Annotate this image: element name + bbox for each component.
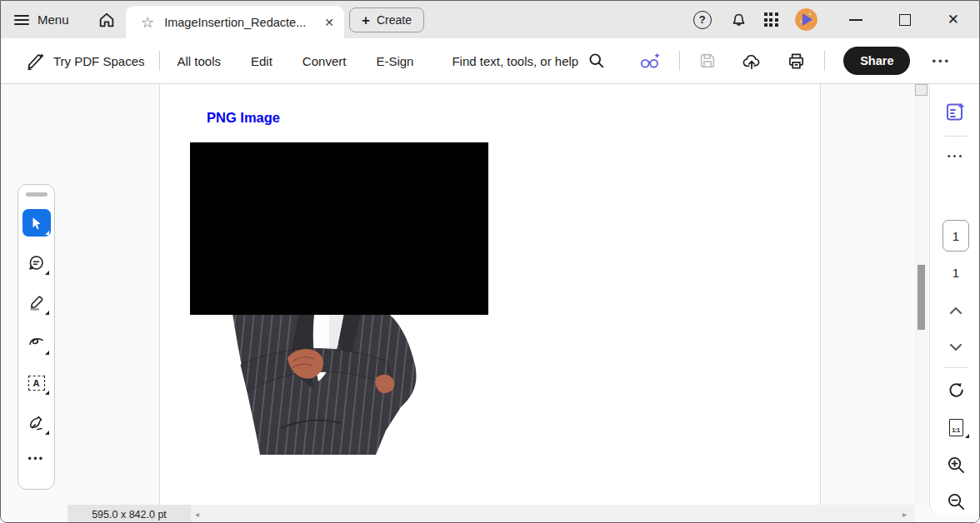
right-panel-divider — [944, 136, 968, 137]
share-button[interactable]: Share — [843, 47, 910, 75]
ai-document-icon — [945, 101, 968, 123]
save-icon — [698, 52, 717, 70]
nav-all-tools[interactable]: All tools — [177, 54, 221, 68]
acrobat-window: Menu ☆ ImageInsertion_Redacte... ✕ + Cre… — [0, 0, 980, 523]
titlebar: Menu ☆ ImageInsertion_Redacte... ✕ + Cre… — [1, 1, 979, 38]
try-pdf-spaces-button[interactable]: Try PDF Spaces — [26, 52, 144, 70]
vertical-scrollbar-thumb[interactable] — [918, 265, 925, 330]
draw-icon — [28, 334, 45, 351]
search-label: Find text, tools, or help — [452, 54, 578, 68]
person-photo — [222, 313, 422, 455]
right-panel-more-button[interactable]: ••• — [930, 151, 980, 161]
print-button[interactable] — [787, 52, 806, 71]
star-icon[interactable]: ☆ — [141, 15, 154, 30]
fill-sign-icon — [28, 414, 46, 432]
hamburger-icon — [14, 15, 29, 25]
notifications-button[interactable] — [730, 11, 748, 28]
next-page-button[interactable] — [930, 342, 980, 352]
document-canvas: PNG Image — [1, 84, 980, 505]
zoom-out-icon — [947, 492, 966, 511]
document-heading: PNG Image — [207, 110, 280, 126]
cloud-upload-icon — [742, 52, 762, 71]
create-label: Create — [377, 13, 412, 27]
right-panel-divider-2 — [944, 367, 968, 368]
tab-title: ImageInsertion_Redacte... — [164, 16, 318, 29]
chevron-down-icon — [948, 342, 963, 352]
try-pdf-spaces-label: Try PDF Spaces — [53, 54, 144, 68]
toolbar-divider-3 — [824, 51, 825, 71]
text-box-icon: A — [28, 376, 45, 391]
printer-icon — [787, 52, 806, 71]
ai-summary-button[interactable] — [930, 101, 980, 123]
highlight-tool-button[interactable] — [22, 289, 51, 316]
draw-tool-button[interactable] — [22, 329, 51, 356]
nav-esign[interactable]: E-Sign — [376, 54, 413, 68]
previous-page-button[interactable] — [930, 306, 980, 316]
add-text-tool-button[interactable]: A — [22, 369, 51, 396]
ai-assistant-button[interactable] — [640, 52, 661, 70]
create-button[interactable]: + Create — [349, 7, 424, 32]
toolbar-more-button[interactable]: ••• — [932, 55, 951, 67]
page-size-indicator: 595.0 x 842.0 pt — [68, 505, 191, 523]
menu-button[interactable]: Menu — [14, 12, 69, 27]
profile-avatar[interactable] — [795, 8, 818, 31]
one-to-one-icon: 1:1 — [949, 419, 963, 436]
bell-icon — [730, 11, 748, 28]
current-page-box[interactable]: 1 — [930, 220, 980, 252]
zoom-out-button[interactable] — [930, 492, 980, 511]
cursor-icon — [29, 216, 44, 231]
select-tool-button[interactable] — [22, 209, 51, 237]
plus-icon: + — [362, 13, 370, 27]
more-tools-button[interactable]: ••• — [28, 453, 44, 465]
maximize-icon — [899, 14, 911, 26]
scroll-up-button[interactable] — [915, 84, 928, 96]
window-close-button[interactable]: ✕ — [948, 12, 959, 27]
tab-close-icon[interactable]: ✕ — [324, 16, 334, 29]
titlebar-right-group: ? — [693, 1, 979, 38]
panel-drag-handle[interactable] — [26, 192, 48, 197]
home-icon — [98, 11, 116, 29]
search-icon — [588, 52, 605, 69]
menu-label: Menu — [38, 12, 69, 27]
zoom-in-icon — [947, 456, 966, 475]
home-button[interactable] — [98, 11, 116, 29]
total-pages-label: 1 — [930, 266, 980, 280]
right-panel: ••• 1 1 1:1 — [929, 84, 980, 516]
comment-tool-button[interactable] — [22, 249, 51, 276]
zoom-in-button[interactable] — [930, 456, 980, 475]
minimize-button[interactable] — [849, 19, 862, 21]
pdf-spaces-icon — [26, 52, 46, 70]
comment-icon — [28, 254, 45, 271]
rotate-icon — [947, 381, 966, 400]
help-button[interactable]: ? — [693, 11, 712, 29]
chevron-up-icon — [948, 306, 963, 316]
quick-tools-panel: A ••• — [18, 184, 55, 490]
nav-edit[interactable]: Edit — [251, 54, 272, 68]
scroll-left-button[interactable]: ◂ — [195, 505, 199, 523]
save-button[interactable] — [698, 52, 717, 70]
fill-sign-tool-button[interactable] — [22, 409, 51, 436]
document-tab[interactable]: ☆ ImageInsertion_Redacte... ✕ — [126, 6, 344, 38]
statusbar: 595.0 x 842.0 pt ◂ ▸ — [1, 505, 980, 523]
current-page-value[interactable]: 1 — [942, 220, 969, 252]
toolbar-divider — [159, 51, 160, 71]
toolbar-divider-2 — [679, 51, 680, 71]
horizontal-scrollbar[interactable] — [191, 505, 914, 523]
actual-size-button[interactable]: 1:1 — [930, 419, 980, 436]
pdf-page: PNG Image — [159, 84, 821, 505]
maximize-button[interactable] — [899, 14, 911, 26]
vertical-scrollbar[interactable] — [914, 84, 928, 505]
nav-convert[interactable]: Convert — [302, 54, 347, 68]
redaction-black-box[interactable] — [190, 142, 488, 315]
rotate-page-button[interactable] — [930, 381, 980, 400]
upload-cloud-button[interactable] — [742, 52, 762, 71]
apps-grid-button[interactable] — [764, 12, 778, 27]
scroll-right-button[interactable]: ▸ — [902, 505, 907, 523]
minimize-icon — [849, 19, 862, 21]
ai-assistant-icon — [640, 52, 661, 70]
highlighter-icon — [28, 294, 45, 311]
find-search-control[interactable]: Find text, tools, or help — [452, 52, 605, 69]
toolbar: Try PDF Spaces All tools Edit Convert E-… — [1, 38, 979, 84]
apps-grid-icon — [764, 12, 778, 27]
